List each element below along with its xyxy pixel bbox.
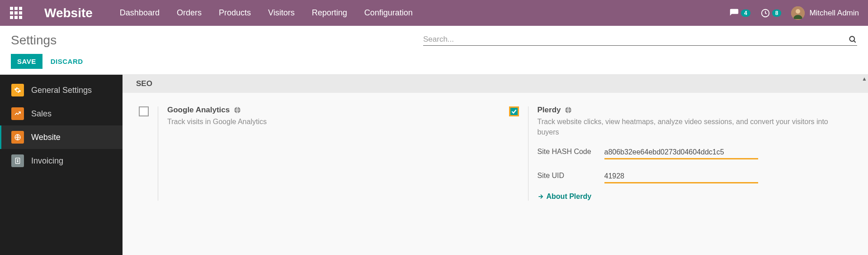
chat-icon — [729, 8, 739, 18]
ga-title: Google Analytics — [167, 106, 230, 115]
sidebar-item-label: Website — [31, 133, 61, 142]
username: Mitchell Admin — [809, 9, 859, 18]
setting-plerdy: Plerdy Track website clicks, view heatma… — [509, 106, 852, 201]
globe-icon — [564, 106, 572, 114]
sidebar-item-label: Sales — [31, 109, 52, 119]
user-menu[interactable]: Mitchell Admin — [791, 6, 859, 20]
search-wrap — [423, 35, 857, 46]
page-title: Settings — [11, 33, 57, 48]
svg-line-4 — [854, 41, 856, 43]
arrow-right-icon — [538, 193, 544, 200]
app-brand[interactable]: Website — [44, 6, 93, 20]
control-panel: Settings SAVE DISCARD — [0, 26, 868, 75]
nav-reporting[interactable]: Reporting — [312, 8, 347, 18]
nav-products[interactable]: Products — [219, 8, 251, 18]
discard-button[interactable]: DISCARD — [51, 58, 83, 65]
plerdy-title: Plerdy — [538, 106, 561, 115]
nav-configuration[interactable]: Configuration — [364, 8, 413, 18]
messages-badge: 4 — [741, 10, 750, 17]
svg-point-3 — [849, 36, 854, 41]
divider — [158, 106, 158, 201]
nav-visitors[interactable]: Visitors — [268, 8, 295, 18]
nav-dashboard[interactable]: Dashboard — [120, 8, 160, 18]
about-plerdy-link[interactable]: About Plerdy — [538, 192, 852, 201]
sidebar-item-sales[interactable]: Sales — [0, 102, 123, 125]
gear-icon — [11, 84, 24, 96]
sidebar-item-website[interactable]: Website — [0, 125, 123, 149]
globe-icon — [233, 106, 241, 114]
settings-sidebar: General Settings Sales Website Invoicing — [0, 75, 123, 255]
save-button[interactable]: SAVE — [11, 54, 42, 69]
plerdy-hash-label: Site HASH Code — [538, 147, 596, 157]
invoice-icon — [11, 154, 24, 167]
ga-checkbox[interactable] — [139, 106, 149, 116]
activities-badge: 8 — [772, 10, 782, 17]
plerdy-hash-input[interactable] — [604, 147, 758, 159]
clock-icon — [760, 8, 770, 18]
plerdy-desc: Track website clicks, view heatmaps, ana… — [538, 116, 852, 137]
nav-orders[interactable]: Orders — [177, 8, 202, 18]
avatar — [791, 6, 805, 20]
top-nav: Dashboard Orders Products Visitors Repor… — [120, 8, 413, 18]
setting-google-analytics: Google Analytics Track visits in Google … — [139, 106, 482, 201]
topbar: Website Dashboard Orders Products Visito… — [0, 0, 868, 26]
search-input[interactable] — [423, 35, 844, 44]
sidebar-item-general-settings[interactable]: General Settings — [0, 78, 123, 102]
search-icon[interactable] — [848, 35, 857, 44]
plerdy-uid-input[interactable] — [604, 171, 758, 183]
svg-point-2 — [796, 9, 800, 14]
apps-icon[interactable] — [10, 7, 23, 19]
section-header-seo: SEO — [123, 75, 868, 93]
activities-button[interactable]: 8 — [760, 8, 782, 18]
globe-icon — [11, 131, 24, 144]
plerdy-checkbox[interactable] — [509, 106, 519, 116]
about-plerdy-label: About Plerdy — [547, 192, 592, 201]
sidebar-item-invoicing[interactable]: Invoicing — [0, 149, 123, 173]
chart-line-icon — [11, 107, 24, 120]
plerdy-uid-label: Site UID — [538, 171, 596, 181]
ga-desc: Track visits in Google Analytics — [167, 116, 482, 127]
settings-content: ▲ SEO Google Analytics Track visits in G… — [123, 75, 868, 255]
sidebar-item-label: General Settings — [31, 86, 92, 95]
sidebar-item-label: Invoicing — [31, 156, 63, 166]
messages-button[interactable]: 4 — [729, 8, 750, 18]
scroll-up-arrow[interactable]: ▲ — [862, 76, 867, 82]
divider — [528, 106, 528, 201]
